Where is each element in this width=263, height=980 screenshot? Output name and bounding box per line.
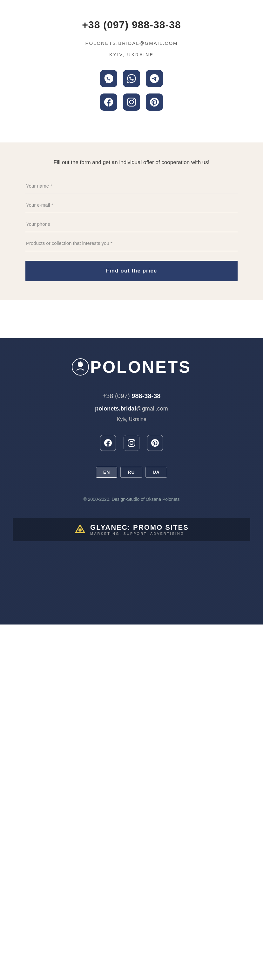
phone-bold: 988-38-38 (132, 392, 160, 399)
products-input[interactable] (25, 235, 238, 251)
email-rest: @gmail.com (136, 406, 168, 412)
lang-en-button[interactable]: EN (96, 467, 117, 477)
svg-point-4 (81, 362, 82, 363)
email-input[interactable] (25, 197, 238, 213)
footer-phone[interactable]: +38 (097) 988-38-38 (13, 392, 250, 400)
social-row-platforms (6, 94, 257, 111)
footer-copyright: © 2000-2020. Design-Studio of Oksana Pol… (13, 497, 250, 502)
glyanec-text: GLYANEC: PROMO SITES MARKETING, SUPPORT,… (90, 523, 189, 536)
footer-content: POLONETS +38 (097) 988-38-38 polonets.br… (13, 357, 250, 541)
top-section: +38 (097) 988-38-38 POLONETS.BRIDAL@GMAI… (0, 0, 263, 130)
footer-social (13, 435, 250, 451)
phone-input[interactable] (25, 216, 238, 232)
submit-button[interactable]: Find out the price (25, 261, 238, 281)
footer-city: Kyiv, Ukraine (13, 417, 250, 422)
pinterest-icon[interactable] (146, 94, 163, 111)
form-section: Fill out the form and get an individual … (0, 142, 263, 300)
social-row-messengers (6, 70, 257, 87)
footer-logo: POLONETS (13, 357, 250, 377)
name-input[interactable] (25, 178, 238, 194)
spacer (0, 313, 263, 338)
instagram-icon[interactable] (123, 94, 140, 111)
whatsapp-icon[interactable] (123, 70, 140, 87)
footer: POLONETS +38 (097) 988-38-38 polonets.br… (0, 338, 263, 625)
email-address[interactable]: POLONETS.BRIDAL@GMAIL.COM (6, 40, 257, 46)
email-bold: polonets.bridal (95, 406, 136, 412)
form-intro: Fill out the form and get an individual … (25, 158, 238, 167)
glyanec-sub: MARKETING, SUPPORT, ADVERTISING (90, 531, 189, 536)
phone-number[interactable]: +38 (097) 988-38-38 (6, 19, 257, 31)
facebook-icon[interactable] (100, 94, 117, 111)
footer-pinterest-icon[interactable] (147, 435, 163, 451)
svg-point-6 (78, 528, 82, 531)
svg-point-3 (78, 362, 79, 363)
footer-facebook-icon[interactable] (100, 435, 116, 451)
footer-instagram-icon[interactable] (124, 435, 139, 451)
telegram-icon[interactable] (146, 70, 163, 87)
lang-ru-button[interactable]: RU (120, 467, 142, 477)
svg-point-2 (79, 361, 81, 363)
language-row: EN RU UA (13, 467, 250, 477)
footer-logo-text: POLONETS (90, 357, 191, 377)
glyanec-name: GLYANEC: PROMO SITES (90, 523, 189, 531)
lang-ua-button[interactable]: UA (146, 467, 167, 477)
footer-email[interactable]: polonets.bridal@gmail.com (13, 406, 250, 412)
location: KYIV, UKRAINE (6, 52, 257, 57)
viber-icon[interactable] (100, 70, 117, 87)
phone-prefix: +38 (097) (103, 392, 132, 399)
glyanec-bar[interactable]: GLYANEC: PROMO SITES MARKETING, SUPPORT,… (13, 518, 250, 541)
